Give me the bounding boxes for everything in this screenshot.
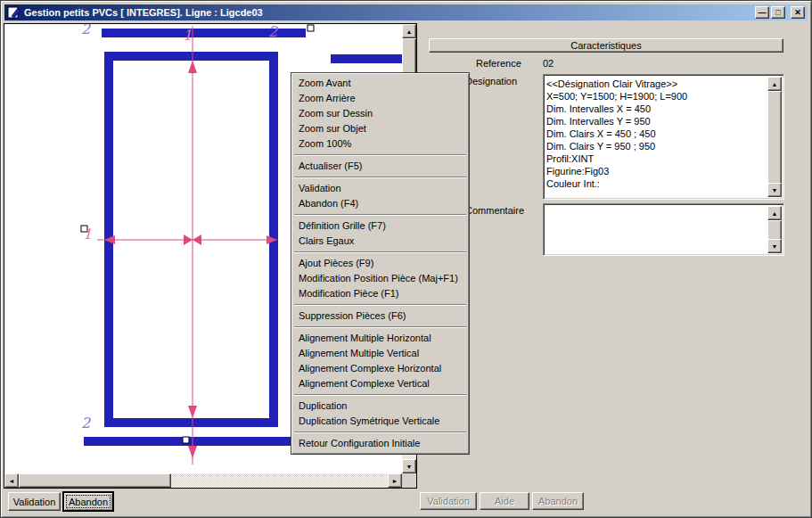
menu-item[interactable]: Actualiser (F5) <box>293 159 467 174</box>
dimension-label: 1 <box>83 227 92 242</box>
designation-line: Dim. Clairs X = 450 ; 450 <box>546 127 767 140</box>
validation-button[interactable]: Validation <box>8 492 61 511</box>
app-icon <box>7 5 21 20</box>
menu-separator <box>294 394 466 396</box>
abandon-button[interactable]: Abandon <box>63 492 113 511</box>
window-controls: — □ ✕ <box>755 6 805 19</box>
menu-item[interactable]: Alignement Complexe Vertical <box>293 376 467 391</box>
menu-separator <box>294 154 466 156</box>
menu-item[interactable]: Alignement Complexe Horizontal <box>293 361 467 376</box>
designation-line: Dim. Intervalles Y = 950 <box>546 115 767 127</box>
close-button[interactable]: ✕ <box>791 6 805 19</box>
maximize-button[interactable]: □ <box>771 6 785 19</box>
designation-line: X=500; Y=1500; H=1900; L=900 <box>546 90 767 103</box>
scroll-down-button[interactable]: ▼ <box>402 459 416 473</box>
menu-item[interactable]: Modification Pièce (F1) <box>293 286 467 301</box>
panel-abandon-button[interactable]: Abandon <box>532 492 584 510</box>
menu-item[interactable]: Alignement Multiple Vertical <box>293 346 467 361</box>
scroll-up-button[interactable]: ▲ <box>767 77 782 91</box>
scrollbar-corner <box>402 473 416 488</box>
menu-item[interactable]: Validation <box>293 181 467 196</box>
menu-item[interactable]: Abandon (F4) <box>293 196 467 211</box>
panel-aide-button[interactable]: Aide <box>480 492 529 510</box>
commentaire-label: Commentaire <box>465 205 524 216</box>
minimize-button[interactable]: — <box>755 6 769 19</box>
designation-scrollbar[interactable]: ▲ ▼ <box>767 77 782 197</box>
designation-line: Dim. Clairs Y = 950 ; 950 <box>546 140 767 152</box>
scroll-up-button[interactable]: ▲ <box>767 206 782 220</box>
panel-validation-button[interactable]: Validation <box>420 492 477 510</box>
app-window: Gestion petits PVCs [ INTEGRES]. Ligne :… <box>0 0 812 518</box>
menu-item[interactable]: Zoom sur Dessin <box>293 106 467 121</box>
designation-line: Dim. Intervalles X = 450 <box>546 103 767 115</box>
dimension-label: 2 <box>81 24 90 37</box>
designation-label: Designation <box>465 76 517 86</box>
window-title: Gestion petits PVCs [ INTEGRES]. Ligne :… <box>24 7 755 18</box>
commentaire-scroll-thumb[interactable] <box>767 220 782 241</box>
scroll-down-button[interactable]: ▼ <box>767 183 782 197</box>
menu-separator <box>294 326 466 328</box>
dimension-label: 1 <box>183 29 192 43</box>
menu-separator <box>294 432 466 433</box>
menu-item[interactable]: Modification Position Pièce (Maj+F1) <box>293 271 467 286</box>
menu-item[interactable]: Zoom sur Objet <box>293 121 467 136</box>
horizontal-scroll-thumb[interactable] <box>19 473 171 488</box>
menu-item[interactable]: Zoom Arrière <box>293 91 467 106</box>
designation-text: <<Désignation Clair Vitrage>>X=500; Y=15… <box>546 78 767 196</box>
commentaire-text <box>546 207 767 252</box>
menu-item[interactable]: Alignement Multiple Horizontal <box>293 331 467 346</box>
menu-separator <box>294 214 466 216</box>
designation-scroll-thumb[interactable] <box>767 91 782 185</box>
designation-line: Profil:XINT <box>546 152 767 165</box>
dimension-label: 2 <box>268 25 277 39</box>
reference-value: 02 <box>543 58 554 69</box>
menu-separator <box>294 304 466 306</box>
designation-line: Figurine:Fig03 <box>546 165 767 177</box>
titlebar[interactable]: Gestion petits PVCs [ INTEGRES]. Ligne :… <box>4 4 808 21</box>
menu-item[interactable]: Retour Configuration Initiale <box>293 436 467 451</box>
menu-item[interactable]: Zoom 100% <box>293 136 467 152</box>
caracteristiques-header[interactable]: Caracteristiques <box>429 38 783 53</box>
menu-item[interactable]: Zoom Avant <box>293 76 467 91</box>
menu-item[interactable]: Clairs Egaux <box>293 234 467 249</box>
commentaire-scrollbar[interactable]: ▲ ▼ <box>767 206 782 253</box>
menu-item[interactable]: Duplication <box>293 399 467 414</box>
menu-separator <box>294 177 466 178</box>
menu-item[interactable]: Définition Grille (F7) <box>293 218 467 234</box>
designation-box[interactable]: <<Désignation Clair Vitrage>>X=500; Y=15… <box>543 74 784 200</box>
menu-separator <box>294 251 466 253</box>
menu-item[interactable]: Ajout Pièces (F9) <box>293 256 467 271</box>
context-menu: Zoom AvantZoom ArrièreZoom sur DessinZoo… <box>291 72 470 455</box>
canvas-horizontal-scrollbar[interactable]: ◄ ► <box>4 473 402 488</box>
designation-line: <<Désignation Clair Vitrage>> <box>546 78 767 90</box>
menu-item[interactable]: Suppression Pièces (F6) <box>293 308 467 324</box>
reference-label: Reference <box>476 58 521 69</box>
scroll-left-button[interactable]: ◄ <box>4 473 19 488</box>
commentaire-box[interactable]: ▲ ▼ <box>543 203 784 256</box>
menu-item[interactable]: Duplication Symétrique Verticale <box>293 414 467 429</box>
scroll-up-button[interactable]: ▲ <box>402 24 416 38</box>
dimension-label: 2 <box>81 416 90 431</box>
scroll-down-button[interactable]: ▼ <box>767 239 782 253</box>
scroll-right-button[interactable]: ► <box>388 473 402 488</box>
designation-line: Couleur Int.: <box>546 177 767 190</box>
